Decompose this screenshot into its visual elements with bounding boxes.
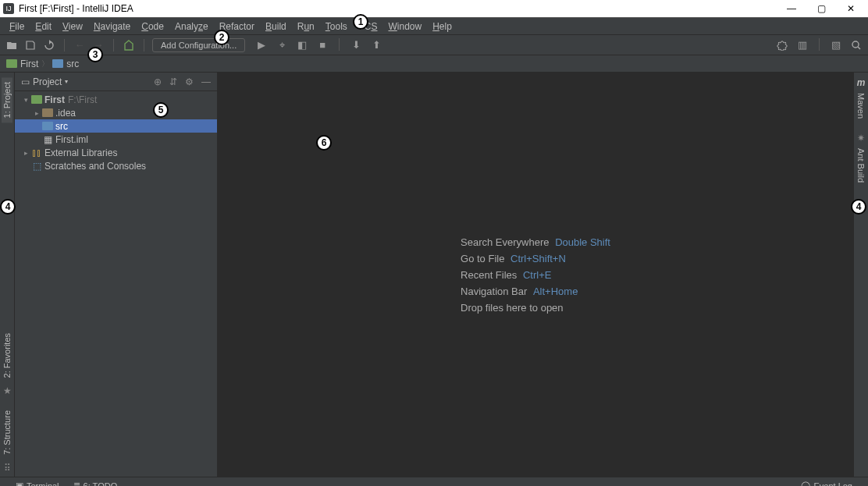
project-tree: ▾ First F:\First ▸ .idea ▸ src ▸ ▦ xyxy=(15,91,217,174)
annotation-1: 1 xyxy=(353,14,368,30)
hint-search-everywhere: Search Everywhere Double Shift xyxy=(461,236,610,248)
terminal-icon: ▣ xyxy=(16,481,23,486)
iml-file-icon: ▦ xyxy=(41,134,54,145)
scratches-icon: ⬚ xyxy=(30,161,43,172)
open-icon[interactable] xyxy=(5,38,19,52)
coverage-icon[interactable]: ◧ xyxy=(295,38,309,52)
expand-icon[interactable]: ▾ xyxy=(21,96,30,104)
annotation-5: 5 xyxy=(153,102,169,118)
back-icon[interactable]: ← xyxy=(73,38,87,52)
collapse-all-icon[interactable]: ⇵ xyxy=(169,76,177,87)
hint-drop-files: Drop files here to open xyxy=(461,302,610,314)
star-icon: ★ xyxy=(3,385,12,396)
save-icon[interactable] xyxy=(23,38,37,52)
breadcrumb-src[interactable]: src xyxy=(52,59,79,69)
project-structure-icon[interactable]: ▥ xyxy=(795,38,809,52)
project-tab-title[interactable]: ▭ Project ▾ xyxy=(21,76,68,87)
menu-window[interactable]: Window xyxy=(383,20,426,34)
structure-icon: ⠿ xyxy=(4,463,11,474)
project-header: ▭ Project ▾ ⊕ ⇵ ⚙ — xyxy=(15,73,217,91)
close-button[interactable]: ✕ xyxy=(845,3,857,14)
maven-icon: m xyxy=(857,77,866,88)
minimize-panel-icon[interactable]: — xyxy=(201,76,211,87)
app-icon: IJ xyxy=(3,3,14,14)
source-folder-icon xyxy=(42,122,53,130)
menu-view[interactable]: View xyxy=(58,20,87,34)
libraries-icon: ⫿⫿ xyxy=(30,147,43,158)
add-configuration-button[interactable]: Add Configuration... xyxy=(152,38,245,52)
svg-point-0 xyxy=(852,41,859,48)
folder-icon xyxy=(42,108,53,117)
expand-icon[interactable]: ▸ xyxy=(21,149,30,157)
window-title: First [F:\First] - IntelliJ IDEA xyxy=(19,3,133,14)
maximize-button[interactable]: ▢ xyxy=(815,3,827,14)
left-tool-stripe: 1: Project 2: Favorites ★ 7: Structure ⠿ xyxy=(0,73,15,477)
folder-icon xyxy=(6,59,17,68)
menu-navigate[interactable]: Navigate xyxy=(89,20,135,34)
tree-scratches[interactable]: ▸ ⬚ Scratches and Consoles xyxy=(15,159,217,172)
build-icon[interactable] xyxy=(122,38,136,52)
tree-external-libraries[interactable]: ▸ ⫿⫿ External Libraries xyxy=(15,146,217,159)
tool-tab-todo[interactable]: ≣ 6: TODO xyxy=(73,481,118,486)
settings-icon[interactable] xyxy=(775,38,789,52)
run-icon[interactable]: ▶ xyxy=(254,38,269,52)
menubar: File Edit View Navigate Code Analyze Ref… xyxy=(0,18,868,35)
bottom-tool-stripe: ▣ Terminal ≣ 6: TODO ◯ Event Log xyxy=(0,477,868,486)
ant-icon: ✷ xyxy=(857,133,865,144)
annotation-6: 6 xyxy=(316,135,332,151)
stop-icon[interactable]: ■ xyxy=(315,38,329,52)
menu-code[interactable]: Code xyxy=(137,20,169,34)
annotation-4-left: 4 xyxy=(0,199,16,215)
tree-idea-dir[interactable]: ▸ .idea xyxy=(15,106,217,119)
breadcrumb: First 〉 src xyxy=(0,55,868,73)
hint-navigation-bar: Navigation Bar Alt+Home xyxy=(461,286,610,297)
hint-recent-files: Recent Files Ctrl+E xyxy=(461,269,610,281)
search-everywhere-icon[interactable] xyxy=(849,38,863,52)
crumb-label: First xyxy=(20,59,38,69)
sync-icon[interactable] xyxy=(42,38,56,52)
tool-tab-maven[interactable]: Maven xyxy=(856,88,866,123)
tool-tab-project[interactable]: 1: Project xyxy=(2,77,12,122)
toolbar: ← → Add Configuration... ▶ ⌖ ◧ ■ ⬇ ⬆ ▥ ▧ xyxy=(0,35,868,55)
minimize-button[interactable]: — xyxy=(785,3,798,14)
editor-placeholder[interactable]: Search Everywhere Double Shift Go to Fil… xyxy=(218,73,853,477)
chevron-right-icon: 〉 xyxy=(41,59,49,69)
tree-root[interactable]: ▾ First F:\First xyxy=(15,93,217,106)
tool-tab-ant[interactable]: Ant Build xyxy=(856,144,866,187)
menu-tools[interactable]: Tools xyxy=(321,20,352,34)
expand-icon[interactable]: ▸ xyxy=(32,109,41,117)
dropdown-icon: ▾ xyxy=(65,78,68,85)
vcs-commit-icon[interactable]: ⬆ xyxy=(369,38,383,52)
annotation-2: 2 xyxy=(214,30,229,45)
annotation-4-right: 4 xyxy=(851,199,866,215)
tool-tab-favorites[interactable]: 2: Favorites xyxy=(2,328,12,382)
menu-run[interactable]: Run xyxy=(293,20,319,34)
tree-iml-file[interactable]: ▸ ▦ First.iml xyxy=(15,133,217,146)
vcs-update-icon[interactable]: ⬇ xyxy=(349,38,363,52)
tool-tab-event-log[interactable]: ◯ Event Log xyxy=(801,481,852,486)
folder-icon xyxy=(52,59,63,68)
locate-icon[interactable]: ⊕ xyxy=(154,76,162,87)
project-tool-window: ▭ Project ▾ ⊕ ⇵ ⚙ — ▾ First F:\First ▸ xyxy=(15,73,218,477)
right-tool-stripe: m Maven ✷ Ant Build xyxy=(853,73,868,477)
breadcrumb-root[interactable]: First xyxy=(6,59,38,69)
annotation-3: 3 xyxy=(87,47,103,62)
hint-goto-file: Go to File Ctrl+Shift+N xyxy=(461,253,610,264)
todo-icon: ≣ xyxy=(73,481,80,486)
menu-help[interactable]: Help xyxy=(428,20,457,34)
menu-build[interactable]: Build xyxy=(261,20,291,34)
ide-settings-icon[interactable]: ▧ xyxy=(829,38,843,52)
event-log-icon: ◯ xyxy=(801,481,810,486)
tree-src-dir[interactable]: ▸ src xyxy=(15,119,217,133)
module-icon xyxy=(31,95,42,104)
crumb-label: src xyxy=(66,59,79,69)
project-icon: ▭ xyxy=(21,76,30,87)
menu-edit[interactable]: Edit xyxy=(30,20,56,34)
menu-analyze[interactable]: Analyze xyxy=(170,20,213,34)
menu-file[interactable]: File xyxy=(5,20,29,34)
debug-icon[interactable]: ⌖ xyxy=(275,38,289,52)
gear-icon[interactable]: ⚙ xyxy=(185,76,194,87)
tool-tab-structure[interactable]: 7: Structure xyxy=(2,406,12,459)
tool-tab-terminal[interactable]: ▣ Terminal xyxy=(16,481,59,486)
titlebar: IJ First [F:\First] - IntelliJ IDEA — ▢ … xyxy=(0,0,868,18)
